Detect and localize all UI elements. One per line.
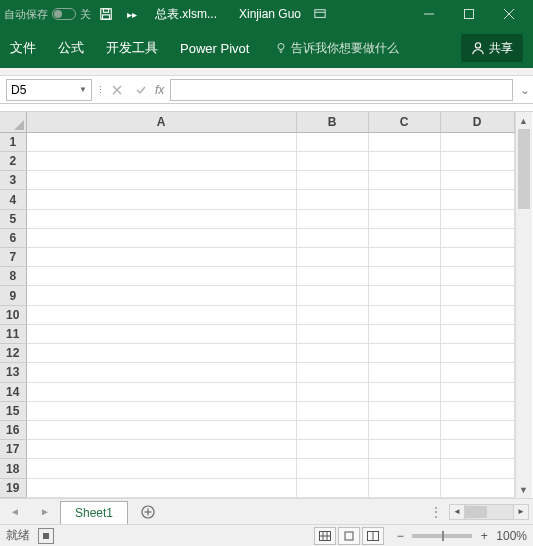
- cell-A19[interactable]: [26, 478, 296, 497]
- zoom-level[interactable]: 100%: [496, 529, 527, 543]
- cell-D19[interactable]: [440, 478, 514, 497]
- cell-C9[interactable]: [368, 286, 440, 305]
- scroll-left-icon[interactable]: ◄: [449, 504, 465, 520]
- cell-B19[interactable]: [296, 478, 368, 497]
- cancel-formula-button[interactable]: [105, 79, 129, 101]
- row-header-15[interactable]: 15: [0, 401, 26, 420]
- cell-D14[interactable]: [440, 382, 514, 401]
- row-header-11[interactable]: 11: [0, 324, 26, 343]
- cell-B12[interactable]: [296, 344, 368, 363]
- cell-B3[interactable]: [296, 171, 368, 190]
- cell-A3[interactable]: [26, 171, 296, 190]
- row-header-18[interactable]: 18: [0, 459, 26, 478]
- cell-B11[interactable]: [296, 324, 368, 343]
- cell-D13[interactable]: [440, 363, 514, 382]
- worksheet-grid[interactable]: ABCD12345678910111213141516171819 ▲ ▼: [0, 112, 533, 498]
- close-button[interactable]: [489, 0, 529, 28]
- cell-A13[interactable]: [26, 363, 296, 382]
- cell-A10[interactable]: [26, 305, 296, 324]
- cell-B6[interactable]: [296, 228, 368, 247]
- col-header-B[interactable]: B: [296, 112, 368, 132]
- cell-C15[interactable]: [368, 401, 440, 420]
- cell-D1[interactable]: [440, 132, 514, 151]
- cell-A1[interactable]: [26, 132, 296, 151]
- row-header-6[interactable]: 6: [0, 228, 26, 247]
- sheet-next-icon[interactable]: ►: [40, 506, 50, 517]
- cell-D17[interactable]: [440, 440, 514, 459]
- cell-C11[interactable]: [368, 324, 440, 343]
- cell-C13[interactable]: [368, 363, 440, 382]
- cell-A18[interactable]: [26, 459, 296, 478]
- cell-A4[interactable]: [26, 190, 296, 209]
- cell-B1[interactable]: [296, 132, 368, 151]
- col-header-C[interactable]: C: [368, 112, 440, 132]
- scroll-right-icon[interactable]: ►: [513, 504, 529, 520]
- cell-C2[interactable]: [368, 151, 440, 170]
- cell-A15[interactable]: [26, 401, 296, 420]
- tab-power-pivot[interactable]: Power Pivot: [180, 41, 249, 56]
- expand-formula-bar-icon[interactable]: ⌄: [517, 83, 533, 97]
- cell-D10[interactable]: [440, 305, 514, 324]
- cell-A2[interactable]: [26, 151, 296, 170]
- col-header-D[interactable]: D: [440, 112, 514, 132]
- cell-D4[interactable]: [440, 190, 514, 209]
- cell-B5[interactable]: [296, 209, 368, 228]
- zoom-out-button[interactable]: −: [392, 529, 408, 543]
- formula-input[interactable]: [170, 79, 513, 101]
- cell-B17[interactable]: [296, 440, 368, 459]
- row-header-7[interactable]: 7: [0, 248, 26, 267]
- cell-C4[interactable]: [368, 190, 440, 209]
- row-header-2[interactable]: 2: [0, 151, 26, 170]
- cell-A8[interactable]: [26, 267, 296, 286]
- horizontal-scrollbar[interactable]: ◄ ►: [449, 504, 529, 520]
- cell-B4[interactable]: [296, 190, 368, 209]
- cell-B10[interactable]: [296, 305, 368, 324]
- save-icon[interactable]: [95, 3, 117, 25]
- page-layout-view-button[interactable]: [338, 527, 360, 545]
- tab-developer[interactable]: 开发工具: [106, 39, 158, 57]
- cell-D15[interactable]: [440, 401, 514, 420]
- cell-A11[interactable]: [26, 324, 296, 343]
- cell-B9[interactable]: [296, 286, 368, 305]
- cell-D12[interactable]: [440, 344, 514, 363]
- enter-formula-button[interactable]: [129, 79, 153, 101]
- fx-icon[interactable]: fx: [155, 83, 164, 97]
- row-header-13[interactable]: 13: [0, 363, 26, 382]
- minimize-button[interactable]: [409, 0, 449, 28]
- zoom-slider[interactable]: [412, 534, 472, 538]
- autosave-toggle[interactable]: 自动保存 关: [4, 7, 91, 22]
- cell-D2[interactable]: [440, 151, 514, 170]
- cell-D7[interactable]: [440, 248, 514, 267]
- cell-C10[interactable]: [368, 305, 440, 324]
- row-header-4[interactable]: 4: [0, 190, 26, 209]
- cell-C12[interactable]: [368, 344, 440, 363]
- cell-D9[interactable]: [440, 286, 514, 305]
- cell-A12[interactable]: [26, 344, 296, 363]
- scroll-up-icon[interactable]: ▲: [516, 112, 532, 129]
- row-header-17[interactable]: 17: [0, 440, 26, 459]
- cell-C1[interactable]: [368, 132, 440, 151]
- row-header-5[interactable]: 5: [0, 209, 26, 228]
- select-all-corner[interactable]: [0, 112, 26, 132]
- cell-C19[interactable]: [368, 478, 440, 497]
- cell-D6[interactable]: [440, 228, 514, 247]
- cell-C14[interactable]: [368, 382, 440, 401]
- page-break-view-button[interactable]: [362, 527, 384, 545]
- cell-C18[interactable]: [368, 459, 440, 478]
- new-sheet-button[interactable]: [134, 504, 162, 520]
- row-header-14[interactable]: 14: [0, 382, 26, 401]
- row-header-1[interactable]: 1: [0, 132, 26, 151]
- cell-A7[interactable]: [26, 248, 296, 267]
- cell-B7[interactable]: [296, 248, 368, 267]
- cell-D3[interactable]: [440, 171, 514, 190]
- sheet-nav[interactable]: ◄ ►: [0, 506, 60, 517]
- cell-B2[interactable]: [296, 151, 368, 170]
- cell-D5[interactable]: [440, 209, 514, 228]
- scroll-down-icon[interactable]: ▼: [516, 481, 532, 498]
- macro-record-icon[interactable]: [38, 528, 54, 544]
- cell-C8[interactable]: [368, 267, 440, 286]
- row-header-16[interactable]: 16: [0, 421, 26, 440]
- row-header-9[interactable]: 9: [0, 286, 26, 305]
- qat-more-icon[interactable]: ▸▸: [121, 3, 143, 25]
- cell-C7[interactable]: [368, 248, 440, 267]
